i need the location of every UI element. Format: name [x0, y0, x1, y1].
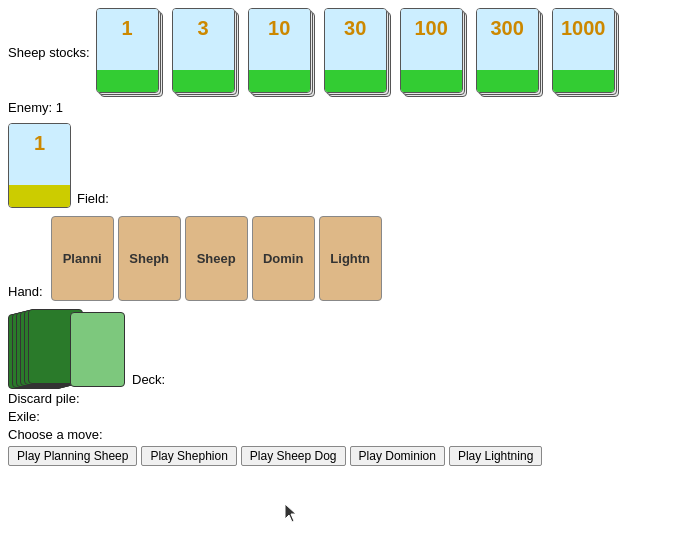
- btn-shephion[interactable]: Play Shephion: [141, 446, 236, 466]
- card-number: 100: [401, 17, 462, 40]
- stock-top-card: 10: [248, 8, 311, 93]
- card-grass: [325, 70, 386, 92]
- svg-marker-0: [285, 504, 296, 522]
- card-grass: [553, 70, 614, 92]
- stock-top-card: 3: [172, 8, 235, 93]
- card-grass: [97, 70, 158, 92]
- deck-row: Deck:: [8, 309, 688, 389]
- main-container: Sheep stocks: 1 3 10: [0, 0, 696, 474]
- card-number: 1: [97, 17, 158, 40]
- stock-card-stack: 1: [96, 8, 164, 98]
- exile-label: Exile:: [8, 409, 40, 424]
- stock-card-stack: 10: [248, 8, 316, 98]
- choose-label: Choose a move:: [8, 427, 688, 442]
- stocks-label: Sheep stocks:: [8, 8, 90, 98]
- hand-card: Domin: [252, 216, 315, 301]
- enemy-value: 1: [56, 100, 63, 115]
- stock-top-card: 100: [400, 8, 463, 93]
- card-number: 30: [325, 17, 386, 40]
- card-grass: [249, 70, 310, 92]
- card-grass: [173, 70, 234, 92]
- btn-lightning[interactable]: Play Lightning: [449, 446, 542, 466]
- deck-label: Deck:: [132, 372, 165, 389]
- stock-top-card: 1000: [552, 8, 615, 93]
- hand-card: Sheph: [118, 216, 181, 301]
- stock-card-stack: 300: [476, 8, 544, 98]
- hand-card: Lightn: [319, 216, 382, 301]
- card-number: 1000: [553, 17, 614, 40]
- hand-card: Sheep: [185, 216, 248, 301]
- deck-card-top: [70, 312, 125, 387]
- card-number: 300: [477, 17, 538, 40]
- discard-label: Discard pile:: [8, 391, 80, 406]
- field-card: 1: [8, 123, 71, 208]
- exile-line: Exile:: [8, 409, 688, 424]
- stock-top-card: 1: [96, 8, 159, 93]
- discard-line: Discard pile:: [8, 391, 688, 406]
- stock-card-stack: 30: [324, 8, 392, 98]
- card-number: 3: [173, 17, 234, 40]
- moves-row: Play Planning SheepPlay ShephionPlay She…: [8, 446, 688, 466]
- hand-row: Hand:PlanniShephSheepDominLightn: [8, 216, 688, 301]
- stock-top-card: 30: [324, 8, 387, 93]
- card-grass: [401, 70, 462, 92]
- stock-card-stack: 3: [172, 8, 240, 98]
- field-row: 1 Field:: [8, 123, 688, 208]
- stock-top-card: 300: [476, 8, 539, 93]
- field-label: Field:: [77, 191, 109, 208]
- stock-card-stack: 1000: [552, 8, 620, 98]
- field-card-value: 1: [9, 132, 70, 155]
- stocks-cards: 1 3 10 30: [96, 8, 624, 98]
- stocks-row: Sheep stocks: 1 3 10: [8, 8, 688, 98]
- card-number: 10: [249, 17, 310, 40]
- btn-dominion[interactable]: Play Dominion: [350, 446, 445, 466]
- enemy-line: Enemy: 1: [8, 100, 688, 115]
- field-grass: [9, 185, 70, 207]
- hand-card: Planni: [51, 216, 114, 301]
- hand-label: Hand:: [8, 284, 43, 301]
- btn-sheep-dog[interactable]: Play Sheep Dog: [241, 446, 346, 466]
- enemy-label: Enemy:: [8, 100, 52, 115]
- deck-pile: [8, 309, 128, 389]
- btn-planning-sheep[interactable]: Play Planning Sheep: [8, 446, 137, 466]
- card-grass: [477, 70, 538, 92]
- stock-card-stack: 100: [400, 8, 468, 98]
- cursor: [285, 504, 297, 522]
